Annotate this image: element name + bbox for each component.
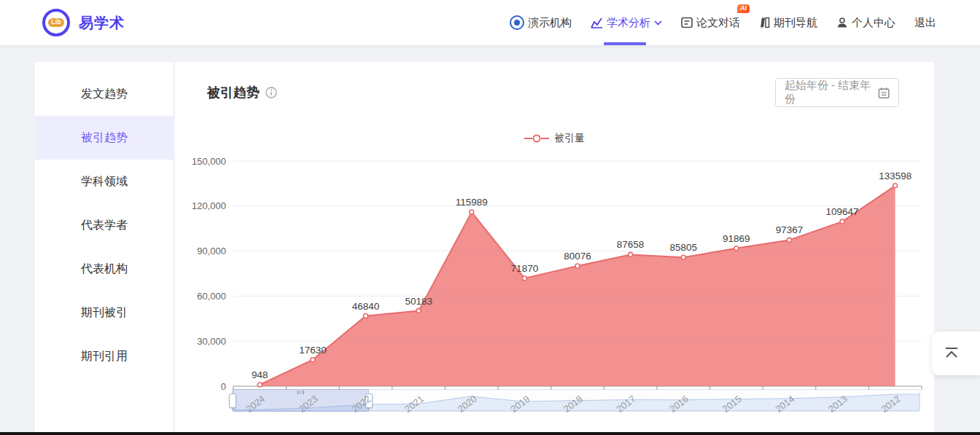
journal-icon <box>759 17 770 28</box>
svg-text:2015: 2015 <box>720 393 744 415</box>
chevron-down-icon <box>654 20 662 26</box>
svg-text:2024: 2024 <box>244 393 267 415</box>
nav-item-org[interactable]: 演示机构 <box>510 0 572 45</box>
svg-text:2023: 2023 <box>297 393 320 415</box>
logo-lib-text: Lib <box>48 18 64 27</box>
svg-text:17630: 17630 <box>299 345 327 356</box>
app-logo-icon: Lib <box>42 9 70 36</box>
back-to-top-icon <box>944 347 960 360</box>
svg-text:2020: 2020 <box>456 393 479 415</box>
org-seal-icon <box>510 15 524 30</box>
content-row: 发文趋势 被引趋势 学科领域 代表学者 代表机构 期刊被引 期刊引用 被引趋势 … <box>35 62 934 432</box>
sidebar: 发文趋势 被引趋势 学科领域 代表学者 代表机构 期刊被引 期刊引用 <box>35 62 174 432</box>
legend-label: 被引量 <box>554 132 585 145</box>
sidebar-item-rep-scholars[interactable]: 代表学者 <box>35 203 174 247</box>
year-range-placeholder: 起始年份 - 结束年份 <box>785 79 878 106</box>
nav-item-user-center[interactable]: 个人中心 <box>836 0 895 45</box>
calendar-icon <box>878 87 890 99</box>
nav-item-analysis[interactable]: 学术分析 <box>591 0 662 45</box>
back-to-top-button[interactable] <box>932 332 980 375</box>
nav-label: 期刊导航 <box>774 16 817 30</box>
brand-name: 易学术 <box>79 13 125 33</box>
nav-label: 演示机构 <box>528 16 572 30</box>
info-icon[interactable] <box>265 87 277 98</box>
citation-chart-svg[interactable]: 030,00060,00090,000120,000150,0009481763… <box>190 148 926 419</box>
analysis-chart-icon <box>591 17 603 28</box>
nav-item-logout[interactable]: 退出 <box>914 0 936 45</box>
active-tab-underline <box>604 42 646 45</box>
svg-text:2013: 2013 <box>826 393 849 415</box>
svg-text:90,000: 90,000 <box>197 246 226 256</box>
svg-text:2014: 2014 <box>773 393 796 415</box>
svg-text:2017: 2017 <box>614 393 637 415</box>
nav-label: 退出 <box>914 16 936 30</box>
window-bottom-edge <box>0 432 980 435</box>
svg-text:115989: 115989 <box>456 197 488 208</box>
svg-text:71870: 71870 <box>511 263 539 274</box>
chart-area: 030,00060,00090,000120,000150,0009481763… <box>175 148 934 432</box>
svg-text:109647: 109647 <box>826 206 859 217</box>
svg-text:60,000: 60,000 <box>197 291 226 302</box>
brand[interactable]: Lib 易学术 <box>42 9 125 36</box>
legend-row: 被引量 <box>175 132 934 145</box>
page-title: 被引趋势 <box>207 84 260 101</box>
legend-item-citations[interactable]: 被引量 <box>524 132 585 145</box>
nav-item-journal[interactable]: 期刊导航 <box>759 0 817 45</box>
svg-text:30,000: 30,000 <box>197 336 226 347</box>
svg-text:87658: 87658 <box>617 239 645 250</box>
svg-text:948: 948 <box>252 369 268 380</box>
nav-label: 学术分析 <box>607 16 650 30</box>
ai-badge: AI <box>737 4 750 13</box>
panel-header: 被引趋势 起始年份 - 结束年份 <box>175 62 934 107</box>
svg-text:85805: 85805 <box>669 242 697 253</box>
legend-marker-icon <box>524 134 549 143</box>
nav-items: 演示机构 学术分析 论文对话 AI <box>510 0 936 45</box>
svg-text:2019: 2019 <box>508 393 532 415</box>
svg-text:2012: 2012 <box>879 393 903 415</box>
sidebar-item-rep-institutions[interactable]: 代表机构 <box>35 247 174 291</box>
sidebar-item-subject-area[interactable]: 学科领域 <box>35 160 174 203</box>
sidebar-item-journal-cited[interactable]: 期刊被引 <box>35 291 174 334</box>
svg-text:97367: 97367 <box>776 224 804 235</box>
year-range-picker[interactable]: 起始年份 - 结束年份 <box>775 78 899 107</box>
top-navbar: Lib 易学术 演示机构 学术分析 论文对话 <box>0 0 980 45</box>
svg-text:120,000: 120,000 <box>192 200 226 211</box>
svg-text:2022: 2022 <box>349 393 373 415</box>
svg-text:2021: 2021 <box>402 393 426 415</box>
svg-text:150,000: 150,000 <box>192 156 226 167</box>
citation-trend-panel: 被引趋势 起始年份 - 结束年份 <box>175 62 934 432</box>
paper-chat-icon <box>681 17 693 28</box>
sidebar-item-citation-trend[interactable]: 被引趋势 <box>35 116 174 160</box>
svg-text:46840: 46840 <box>352 301 380 312</box>
sidebar-item-journal-citing[interactable]: 期刊引用 <box>35 334 174 378</box>
svg-text:133598: 133598 <box>879 171 911 181</box>
svg-text:2018: 2018 <box>561 393 585 415</box>
nav-label: 论文对话 <box>696 16 740 30</box>
sidebar-item-publication-trend[interactable]: 发文趋势 <box>35 72 174 116</box>
svg-text:2016: 2016 <box>667 393 691 415</box>
svg-text:80076: 80076 <box>564 251 591 262</box>
user-icon <box>836 17 848 28</box>
svg-text:91869: 91869 <box>723 233 750 244</box>
svg-text:50183: 50183 <box>405 296 432 307</box>
nav-item-paper-chat[interactable]: 论文对话 AI <box>681 0 740 45</box>
svg-text:0: 0 <box>221 381 226 392</box>
nav-label: 个人中心 <box>852 16 895 30</box>
